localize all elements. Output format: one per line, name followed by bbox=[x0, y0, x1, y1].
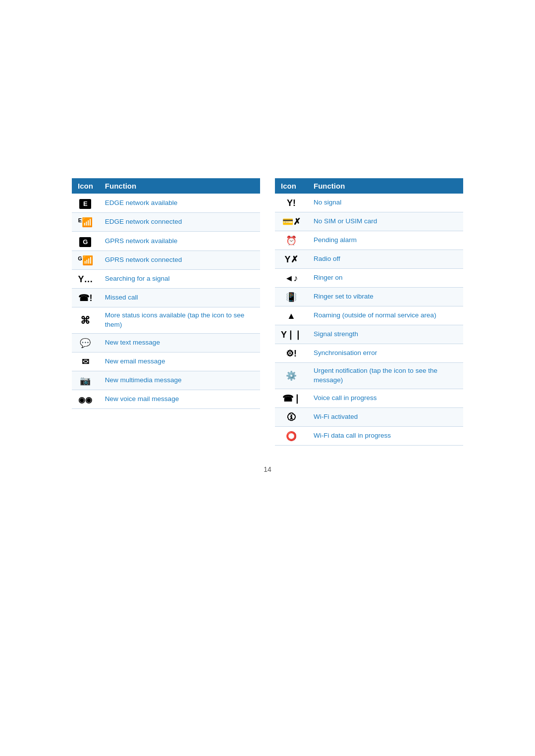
icon-cell: ⚙️ bbox=[275, 363, 308, 389]
roaming-icon: ▲ bbox=[287, 311, 296, 321]
function-cell: Synchronisation error bbox=[308, 344, 463, 363]
icon-cell: Y✗ bbox=[275, 250, 308, 269]
function-cell: EDGE network connected bbox=[99, 213, 260, 232]
icon-cell: ◄♪ bbox=[275, 269, 308, 288]
left-header-icon: Icon bbox=[72, 178, 99, 194]
signal-strength-icon: Y❘❘ bbox=[281, 330, 302, 340]
function-cell: New email message bbox=[99, 352, 260, 371]
right-table: Icon Function Y! No signal 💳✗ No bbox=[275, 178, 463, 446]
function-cell: Ringer on bbox=[308, 269, 463, 288]
table-row: Y❘❘ Signal strength bbox=[275, 325, 463, 344]
function-cell: More status icons available (tap the ico… bbox=[99, 307, 260, 334]
table-row: ⌘ More status icons available (tap the i… bbox=[72, 307, 260, 334]
icon-cell: 📳 bbox=[275, 288, 308, 306]
function-cell: EDGE network available bbox=[99, 194, 260, 213]
icon-cell: Y! bbox=[275, 194, 308, 212]
icon-cell: 📷 bbox=[72, 371, 99, 390]
table-row: E📶 EDGE network connected bbox=[72, 213, 260, 232]
no-signal-icon: Y! bbox=[287, 198, 296, 208]
table-row: Y! No signal bbox=[275, 194, 463, 212]
voice-call-icon: ☎❘ bbox=[282, 394, 301, 403]
function-cell: Wi-Fi data call in progress bbox=[308, 426, 463, 445]
edge-connected-icon: E📶 bbox=[78, 217, 93, 228]
icon-cell: E📶 bbox=[72, 213, 99, 232]
icon-cell: ◉◉ bbox=[72, 390, 99, 408]
icon-cell: G📶 bbox=[72, 251, 99, 270]
ringer-on-icon: ◄♪ bbox=[285, 273, 298, 283]
function-cell: Pending alarm bbox=[308, 231, 463, 250]
table-row: ☎❘ Voice call in progress bbox=[275, 389, 463, 407]
table-row: ☎! Missed call bbox=[72, 289, 260, 307]
icon-cell: 💳✗ bbox=[275, 212, 308, 231]
table-row: Y… Searching for a signal bbox=[72, 270, 260, 289]
table-row: 📳 Ringer set to vibrate bbox=[275, 288, 463, 306]
icon-cell: E bbox=[72, 194, 99, 213]
page-container: Icon Function E EDGE network available E bbox=[0, 0, 535, 756]
table-row: Y✗ Radio off bbox=[275, 250, 463, 269]
tables-wrapper: Icon Function E EDGE network available E bbox=[72, 178, 463, 446]
icon-cell: ✉ bbox=[72, 352, 99, 371]
function-cell: Voice call in progress bbox=[308, 389, 463, 407]
table-row: ⚙️ Urgent notification (tap the icon to … bbox=[275, 363, 463, 389]
sync-error-icon: ⚙! bbox=[286, 349, 297, 358]
icon-cell: ⌘ bbox=[72, 307, 99, 334]
left-table: Icon Function E EDGE network available E bbox=[72, 178, 260, 409]
function-cell: No SIM or USIM card bbox=[308, 212, 463, 231]
function-cell: GPRS network connected bbox=[99, 251, 260, 270]
icon-cell: 💬 bbox=[72, 333, 99, 352]
table-row: 💬 New text message bbox=[72, 333, 260, 352]
function-cell: Wi-Fi activated bbox=[308, 407, 463, 426]
icon-cell: ☎❘ bbox=[275, 389, 308, 407]
urgent-notification-icon: ⚙️ bbox=[286, 371, 297, 381]
no-sim-icon: 💳✗ bbox=[282, 217, 301, 227]
icon-cell: Y… bbox=[72, 270, 99, 289]
searching-signal-icon: Y… bbox=[78, 274, 93, 284]
icon-cell: ☎! bbox=[72, 289, 99, 307]
icon-cell: ⚙! bbox=[275, 344, 308, 363]
function-cell: Signal strength bbox=[308, 325, 463, 344]
function-cell: GPRS network available bbox=[99, 232, 260, 251]
page-number: 14 bbox=[264, 465, 271, 473]
table-row: E EDGE network available bbox=[72, 194, 260, 213]
function-cell: Searching for a signal bbox=[99, 270, 260, 289]
gprs-connected-icon: G📶 bbox=[78, 255, 93, 266]
icon-cell: ▲ bbox=[275, 306, 308, 325]
table-row: ◉◉ New voice mail message bbox=[72, 390, 260, 408]
edge-network-icon: E bbox=[79, 199, 91, 209]
missed-call-icon: ☎! bbox=[78, 293, 92, 303]
table-row: ⚙! Synchronisation error bbox=[275, 344, 463, 363]
icon-cell: 🛈 bbox=[275, 407, 308, 426]
table-row: ⭕ Wi-Fi data call in progress bbox=[275, 426, 463, 445]
table-row: ✉ New email message bbox=[72, 352, 260, 371]
table-row: G GPRS network available bbox=[72, 232, 260, 251]
table-row: ◄♪ Ringer on bbox=[275, 269, 463, 288]
function-cell: Ringer set to vibrate bbox=[308, 288, 463, 306]
multimedia-message-icon: 📷 bbox=[80, 376, 91, 386]
function-cell: No signal bbox=[308, 194, 463, 212]
icon-cell: G bbox=[72, 232, 99, 251]
icon-cell: ⏰ bbox=[275, 231, 308, 250]
function-cell: New multimedia message bbox=[99, 371, 260, 390]
gprs-network-icon: G bbox=[79, 237, 91, 247]
function-cell: Radio off bbox=[308, 250, 463, 269]
function-cell: New text message bbox=[99, 333, 260, 352]
alarm-icon: ⏰ bbox=[286, 236, 297, 246]
function-cell: Missed call bbox=[99, 289, 260, 307]
more-icons-icon: ⌘ bbox=[80, 315, 90, 326]
function-cell: Urgent notification (tap the icon to see… bbox=[308, 363, 463, 389]
table-row: 🛈 Wi-Fi activated bbox=[275, 407, 463, 426]
function-cell: New voice mail message bbox=[99, 390, 260, 408]
left-header-function: Function bbox=[99, 178, 260, 194]
right-header-function: Function bbox=[308, 178, 463, 194]
ringer-vibrate-icon: 📳 bbox=[286, 292, 297, 302]
voicemail-icon: ◉◉ bbox=[78, 396, 92, 404]
table-row: 📷 New multimedia message bbox=[72, 371, 260, 390]
radio-off-icon: Y✗ bbox=[285, 254, 298, 264]
text-message-icon: 💬 bbox=[80, 338, 91, 348]
icon-cell: Y❘❘ bbox=[275, 325, 308, 344]
email-message-icon: ✉ bbox=[82, 357, 89, 367]
table-row: 💳✗ No SIM or USIM card bbox=[275, 212, 463, 231]
table-row: G📶 GPRS network connected bbox=[72, 251, 260, 270]
wifi-icon: 🛈 bbox=[287, 412, 296, 422]
icon-cell: ⭕ bbox=[275, 426, 308, 445]
